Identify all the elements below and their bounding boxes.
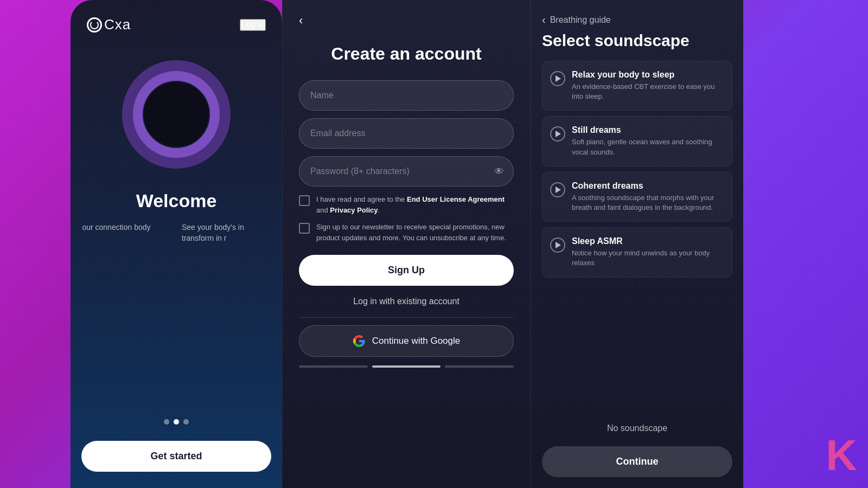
dot-3 bbox=[183, 419, 189, 425]
soundscape-title: Select soundscape bbox=[542, 31, 732, 50]
soundscape-item-title-1: Still dreams bbox=[572, 125, 724, 135]
play-button-1[interactable] bbox=[550, 126, 565, 142]
newsletter-label: Sign up to our newsletter to receive spe… bbox=[316, 222, 514, 243]
soundscape-item-title-0: Relax your body to sleep bbox=[572, 70, 724, 80]
breadcrumb: Breathing guide bbox=[550, 15, 611, 25]
dot-1 bbox=[164, 419, 169, 425]
soundscape-item-desc-0: An evidence-based CBT exercise to ease y… bbox=[572, 82, 724, 101]
dot-2 bbox=[174, 419, 179, 425]
soundscape-item-content-1: Still dreams Soft piano, gentle ocean wa… bbox=[572, 125, 724, 157]
soundscape-item-1[interactable]: Still dreams Soft piano, gentle ocean wa… bbox=[542, 116, 732, 166]
soundscape-item-content-3: Sleep ASMR Notice how your mind unwinds … bbox=[572, 236, 724, 268]
welcome-subtitle-row: our connection body See your body's in t… bbox=[82, 222, 270, 243]
welcome-subtitle-col1: our connection body bbox=[82, 222, 171, 243]
header-login-button[interactable]: Log in bbox=[240, 19, 266, 31]
welcome-header: Cxa Log in bbox=[81, 0, 271, 38]
get-started-button[interactable]: Get started bbox=[81, 441, 271, 472]
play-button-3[interactable] bbox=[550, 237, 565, 253]
divider bbox=[299, 317, 514, 318]
play-button-2[interactable] bbox=[550, 182, 565, 197]
watermark-k: K bbox=[826, 434, 857, 477]
soundscape-item-3[interactable]: Sleep ASMR Notice how your mind unwinds … bbox=[542, 227, 732, 277]
tos-eula: End User License Agreement bbox=[407, 195, 505, 203]
soundscape-item-desc-2: A soothing soundscape that morphs with y… bbox=[572, 193, 724, 213]
soundscape-item-content-0: Relax your body to sleep An evidence-bas… bbox=[572, 70, 724, 101]
newsletter-checkbox[interactable] bbox=[299, 223, 310, 234]
google-btn-label: Continue with Google bbox=[372, 336, 461, 346]
password-input[interactable] bbox=[299, 156, 514, 187]
tos-privacy: Privacy Policy bbox=[330, 206, 378, 214]
tos-checkbox-row: I have read and agree to the End User Li… bbox=[299, 194, 514, 215]
tos-checkbox[interactable] bbox=[299, 195, 310, 206]
soundscape-item-desc-1: Soft piano, gentle ocean waves and sooth… bbox=[572, 137, 724, 157]
tab-pill-1 bbox=[299, 365, 368, 368]
play-triangle-icon-2 bbox=[556, 187, 561, 193]
name-input[interactable] bbox=[299, 80, 514, 111]
welcome-screen: Cxa Log in Welcome our connection body S… bbox=[71, 0, 282, 488]
back-button[interactable]: ‹ bbox=[299, 14, 303, 28]
soundscape-item-content-2: Coherent dreams A soothing soundscape th… bbox=[572, 181, 724, 213]
dots-indicator bbox=[164, 403, 189, 425]
email-input[interactable] bbox=[299, 118, 514, 149]
tos-plain: I have read and agree to the bbox=[316, 195, 407, 203]
play-triangle-icon-1 bbox=[556, 131, 561, 137]
logo-label: Cxa bbox=[104, 16, 131, 33]
continue-google-button[interactable]: Continue with Google bbox=[299, 325, 514, 357]
signup-button[interactable]: Sign Up bbox=[299, 255, 514, 286]
tos-connector: and bbox=[316, 206, 330, 214]
password-wrapper: 👁︎ bbox=[299, 156, 514, 187]
play-triangle-icon-0 bbox=[556, 75, 561, 82]
login-existing-button[interactable]: Log in with existing account bbox=[299, 291, 514, 312]
soundscape-item-desc-3: Notice how your mind unwinds as your bod… bbox=[572, 248, 724, 268]
tab-pill-2 bbox=[372, 365, 441, 368]
newsletter-checkbox-row: Sign up to our newsletter to receive spe… bbox=[299, 222, 514, 243]
welcome-text: Welcome our connection body See your bod… bbox=[82, 190, 270, 243]
continue-button[interactable]: Continue bbox=[542, 446, 732, 477]
soundscape-screen: ‹ Breathing guide Select soundscape Rela… bbox=[531, 0, 743, 488]
welcome-subtitle-col2: See your body's in transform in r bbox=[182, 222, 271, 243]
soundscape-back-icon[interactable]: ‹ bbox=[542, 14, 546, 26]
soundscape-item-title-3: Sleep ASMR bbox=[572, 236, 724, 246]
welcome-title: Welcome bbox=[82, 190, 270, 211]
soundscape-list: Relax your body to sleep An evidence-bas… bbox=[542, 61, 732, 417]
ring-animation bbox=[122, 60, 231, 169]
app-logo: Cxa bbox=[87, 16, 131, 33]
ring-center bbox=[144, 82, 209, 147]
soundscape-item-0[interactable]: Relax your body to sleep An evidence-bas… bbox=[542, 61, 732, 111]
tos-label: I have read and agree to the End User Li… bbox=[316, 194, 514, 215]
toggle-password-icon[interactable]: 👁︎ bbox=[494, 166, 504, 177]
create-account-title: Create an account bbox=[331, 44, 481, 64]
play-button-0[interactable] bbox=[550, 71, 565, 86]
tab-pill-3 bbox=[445, 365, 514, 368]
soundscape-item-title-2: Coherent dreams bbox=[572, 181, 724, 191]
soundscape-header: ‹ Breathing guide bbox=[542, 14, 732, 26]
logo-circle-icon bbox=[87, 17, 102, 33]
tos-end: . bbox=[378, 206, 380, 214]
soundscape-item-2[interactable]: Coherent dreams A soothing soundscape th… bbox=[542, 172, 732, 222]
no-soundscape-label: No soundscape bbox=[542, 417, 732, 440]
create-account-screen: ‹ Create an account 👁︎ I have read and a… bbox=[282, 0, 531, 488]
bottom-tab-indicator bbox=[299, 365, 514, 368]
google-icon bbox=[353, 335, 366, 348]
play-triangle-icon-3 bbox=[556, 242, 561, 248]
